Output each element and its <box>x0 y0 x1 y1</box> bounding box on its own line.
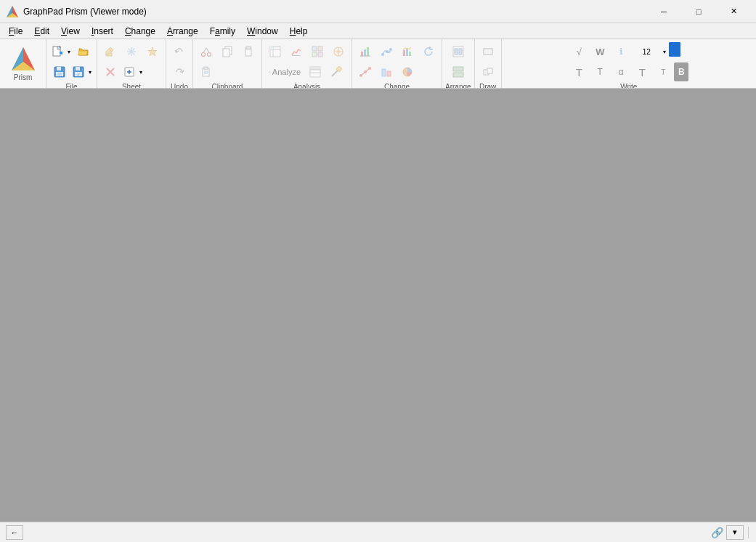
arrange2-icon <box>452 66 464 78</box>
analysis-wand-btn[interactable] <box>326 62 346 81</box>
open-file-icon <box>78 46 89 57</box>
change-line-btn[interactable] <box>355 62 375 81</box>
font-size-button[interactable]: 12 <box>632 42 661 61</box>
sheet-snowflake-icon <box>126 46 137 57</box>
save-as-split-btn[interactable]: ↙ ▾ <box>70 62 94 81</box>
save-as-dropdown[interactable]: ▾ <box>86 62 94 81</box>
app-icon <box>6 5 19 18</box>
write-bigT-btn[interactable]: T <box>569 62 589 81</box>
navigate-back-button[interactable]: ← <box>6 525 23 540</box>
sheet-btn1[interactable] <box>100 42 121 61</box>
analyze-button[interactable]: Analyze <box>265 62 304 81</box>
add-new-split-btn[interactable]: ▾ <box>121 62 145 81</box>
clipboard-buttons <box>196 42 259 81</box>
redo-button[interactable] <box>169 62 190 81</box>
write-B-btn[interactable]: B <box>674 62 688 81</box>
status-dropdown-button[interactable]: ▾ <box>726 525 744 540</box>
analysis-btn1[interactable] <box>265 42 285 61</box>
toolbar-sheet-section: ▾ Sheet <box>97 39 166 88</box>
wand-icon <box>330 66 342 78</box>
new-file-split-btn[interactable]: + ▾ <box>49 42 73 61</box>
analysis-table-icon <box>309 66 321 78</box>
add-new-dropdown[interactable]: ▾ <box>137 62 145 81</box>
write-sqrt-btn[interactable]: √ <box>569 42 589 61</box>
maximize-button[interactable]: □ <box>682 0 715 23</box>
info-icon: ℹ <box>619 46 623 57</box>
write-buttons: √ W ℹ 12 ▾ <box>569 42 688 81</box>
undo-row1 <box>169 42 190 61</box>
change-row2 <box>355 62 439 81</box>
menu-insert[interactable]: Insert <box>86 25 119 38</box>
arrange-btn1[interactable] <box>448 42 468 61</box>
status-bar: ← 🔗 ▾ <box>0 522 756 542</box>
svg-line-33 <box>206 48 209 53</box>
svg-rect-84 <box>459 49 462 54</box>
analysis-btn3[interactable] <box>307 42 328 61</box>
new-file-button[interactable]: + <box>49 42 65 61</box>
add-new-button[interactable] <box>121 62 137 81</box>
write-blue-btn[interactable] <box>669 42 680 57</box>
save-file-icon <box>54 66 65 78</box>
analysis-btn2[interactable] <box>286 42 306 61</box>
change-bar2-btn[interactable] <box>376 62 397 81</box>
undo-button[interactable] <box>169 42 190 61</box>
sheet-delete-btn[interactable] <box>100 62 121 81</box>
arrange-btn2[interactable] <box>448 62 468 81</box>
change-graph-btn[interactable] <box>376 42 397 61</box>
change-btn-group <box>355 42 439 81</box>
change-refresh-btn[interactable] <box>418 42 439 61</box>
change-chart-btn[interactable] <box>397 42 418 61</box>
draw-btn1[interactable] <box>478 42 498 61</box>
large-text-icon: T <box>576 66 582 78</box>
svg-rect-86 <box>453 73 463 77</box>
close-button[interactable]: ✕ <box>717 0 750 23</box>
paste-special-btn[interactable] <box>196 62 216 81</box>
draw-btn2[interactable] <box>478 62 498 81</box>
new-file-dropdown[interactable]: ▾ <box>65 42 73 61</box>
sheet-btn3[interactable] <box>142 42 163 61</box>
write-info-btn[interactable]: ℹ <box>611 42 631 61</box>
write-bigT2-btn[interactable]: T <box>632 62 652 81</box>
svg-rect-83 <box>455 49 458 54</box>
undo-section-label: Undo <box>171 81 188 89</box>
font-size-dropdown[interactable]: ▾ <box>661 42 668 61</box>
menu-view[interactable]: View <box>55 25 86 38</box>
draw2-icon <box>482 66 494 78</box>
write-bold-btn[interactable]: W <box>590 42 610 61</box>
write-alpha-btn[interactable]: α <box>611 62 631 81</box>
font-size-split-btn[interactable]: 12 ▾ <box>632 42 668 61</box>
sheet-btn2[interactable] <box>121 42 142 61</box>
svg-point-78 <box>368 67 371 70</box>
cut-button[interactable] <box>196 42 216 61</box>
menu-help[interactable]: Help <box>284 25 314 38</box>
prism-section-label: Prism <box>14 73 33 81</box>
refresh-icon <box>423 46 434 57</box>
svg-point-77 <box>364 70 367 73</box>
menu-family[interactable]: Family <box>204 25 241 38</box>
dropdown-arrow-icon: ▾ <box>733 527 737 537</box>
minimize-button[interactable]: ─ <box>647 0 680 23</box>
write-medT-btn[interactable]: T <box>590 62 610 81</box>
analysis-btn4[interactable] <box>328 42 349 61</box>
clipboard-section-label: Clipboard <box>212 81 243 89</box>
change-bar-btn[interactable] <box>355 42 375 61</box>
menu-file[interactable]: File <box>3 25 28 38</box>
title-left: GraphPad Prism (Viewer mode) <box>6 5 147 18</box>
copy-button[interactable] <box>217 42 237 61</box>
menu-change[interactable]: Change <box>119 25 161 38</box>
write-smallT-btn[interactable]: T <box>653 62 673 81</box>
paste-button[interactable] <box>238 42 259 61</box>
save-as-button[interactable]: ↙ <box>70 62 86 81</box>
open-file-button[interactable] <box>73 42 94 61</box>
change-pie-btn[interactable] <box>397 62 418 81</box>
menu-window[interactable]: Window <box>241 25 284 38</box>
arrange-section-label: Arrange <box>445 81 471 89</box>
menu-edit[interactable]: Edit <box>28 25 55 38</box>
analysis-row2: Analyze <box>265 62 349 81</box>
svg-rect-39 <box>204 67 208 70</box>
clipboard-row2 <box>196 62 259 81</box>
menu-arrange[interactable]: Arrange <box>161 25 204 38</box>
analysis-btn-group: Analyze <box>265 42 349 81</box>
save-file-button[interactable] <box>49 62 70 81</box>
analysis-table-btn[interactable] <box>305 62 325 81</box>
